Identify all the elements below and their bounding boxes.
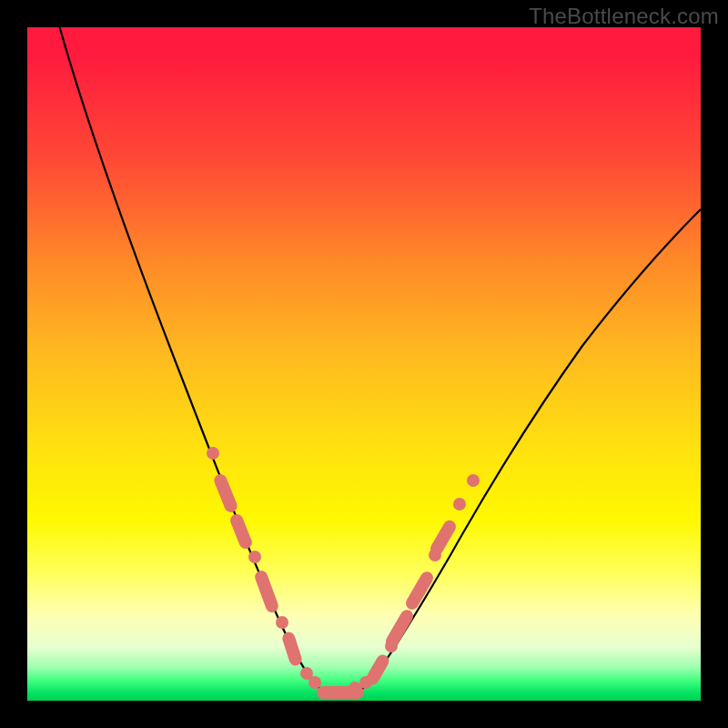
curve-path (55, 9, 701, 697)
marker-dot (276, 616, 288, 629)
marker-pill (228, 512, 254, 551)
marker-pill (280, 631, 303, 667)
marker-group-right (364, 474, 480, 687)
marker-dot (453, 498, 466, 511)
plot-area (27, 27, 701, 701)
marker-dot (248, 551, 261, 563)
marker-pill (253, 569, 280, 614)
watermark-text: TheBottleneck.com (529, 4, 719, 29)
marker-group-bottom (300, 667, 372, 699)
marker-pill (364, 652, 391, 687)
marker-dot (308, 676, 321, 689)
marker-pill (212, 472, 238, 514)
marker-pill (383, 608, 415, 651)
marker-dot (207, 447, 219, 460)
marker-dot (467, 474, 480, 487)
chart-container: TheBottleneck.com (0, 0, 728, 728)
marker-pill (428, 518, 458, 557)
marker-dot (349, 682, 361, 694)
marker-group-left (207, 447, 304, 667)
bottleneck-curve (27, 27, 701, 701)
